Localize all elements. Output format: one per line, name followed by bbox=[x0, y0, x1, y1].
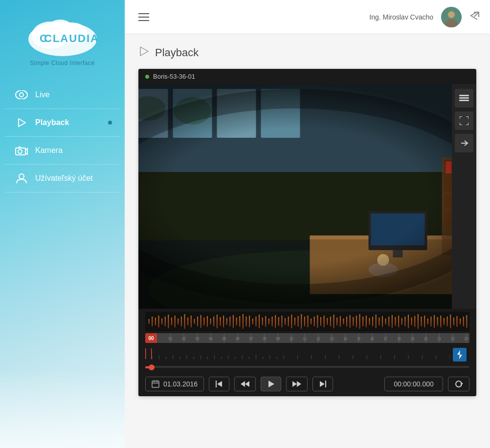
video-side-controls bbox=[452, 84, 476, 309]
svg-marker-248 bbox=[320, 381, 325, 387]
svg-text:10: 10 bbox=[290, 336, 293, 341]
logo-image: CLAUDIA C bbox=[21, 10, 104, 59]
svg-rect-76 bbox=[220, 317, 221, 326]
fine-ruler[interactable] bbox=[145, 348, 450, 361]
export-button[interactable] bbox=[455, 134, 473, 152]
video-scene bbox=[138, 84, 452, 309]
svg-rect-127 bbox=[385, 319, 386, 324]
svg-rect-116 bbox=[350, 315, 351, 328]
svg-rect-141 bbox=[430, 317, 431, 326]
svg-rect-110 bbox=[330, 317, 331, 326]
svg-rect-109 bbox=[327, 318, 328, 325]
svg-rect-129 bbox=[392, 315, 393, 328]
fast-forward-button[interactable] bbox=[286, 377, 308, 391]
svg-rect-56 bbox=[155, 318, 156, 325]
sidebar-cloud-decoration bbox=[0, 370, 125, 448]
svg-rect-102 bbox=[304, 317, 305, 326]
svg-rect-132 bbox=[401, 318, 402, 325]
list-view-button[interactable] bbox=[455, 89, 473, 107]
svg-text:02: 02 bbox=[182, 336, 185, 341]
svg-rect-104 bbox=[311, 319, 312, 324]
svg-rect-79 bbox=[229, 317, 230, 326]
svg-rect-64 bbox=[181, 317, 182, 326]
svg-rect-151 bbox=[463, 317, 464, 326]
sidebar-item-live-label: Live bbox=[35, 90, 49, 99]
svg-rect-100 bbox=[298, 316, 299, 327]
share-icon[interactable] bbox=[469, 10, 480, 23]
sidebar-item-account[interactable]: Užívateľský účet bbox=[5, 165, 120, 192]
svg-text:23: 23 bbox=[465, 336, 468, 341]
svg-rect-97 bbox=[288, 317, 289, 326]
svg-text:08: 08 bbox=[263, 336, 267, 341]
sidebar-item-kamera[interactable]: Kamera bbox=[5, 137, 120, 165]
svg-rect-150 bbox=[460, 319, 461, 324]
page-content: Playback Boris-53-36-01 bbox=[125, 34, 490, 448]
controls-bar: 01.03.2016 bbox=[138, 372, 476, 396]
svg-rect-107 bbox=[320, 317, 321, 326]
svg-rect-85 bbox=[249, 316, 250, 327]
play-button[interactable] bbox=[261, 377, 281, 391]
svg-text:C: C bbox=[40, 32, 47, 44]
svg-rect-65 bbox=[184, 314, 185, 329]
svg-rect-124 bbox=[376, 315, 377, 328]
svg-rect-50 bbox=[459, 97, 469, 99]
svg-rect-153 bbox=[157, 333, 469, 343]
video-area bbox=[138, 84, 476, 309]
svg-rect-9 bbox=[16, 148, 25, 155]
camera-icon bbox=[15, 144, 28, 157]
svg-rect-106 bbox=[317, 315, 318, 328]
svg-rect-49 bbox=[459, 95, 469, 96]
camera-label-bar: Boris-53-36-01 bbox=[138, 69, 476, 84]
svg-rect-130 bbox=[395, 317, 396, 326]
svg-point-12 bbox=[19, 174, 24, 179]
sidebar-item-playback[interactable]: Playback bbox=[5, 109, 120, 137]
svg-rect-88 bbox=[259, 315, 260, 328]
time-value: 00:00:00.000 bbox=[394, 380, 434, 388]
svg-rect-123 bbox=[372, 317, 373, 326]
player-card: Boris-53-36-01 bbox=[138, 69, 476, 396]
hour-track[interactable]: 01 02 03 04 05 06 07 bbox=[157, 333, 469, 343]
svg-rect-73 bbox=[210, 319, 211, 324]
svg-rect-117 bbox=[353, 317, 354, 326]
waveform-bar[interactable] bbox=[145, 312, 469, 331]
active-indicator bbox=[108, 121, 112, 125]
logo-tagline: Simple Cloud Interface bbox=[30, 60, 94, 66]
loop-button[interactable] bbox=[448, 377, 469, 391]
time-display[interactable]: 00:00:00.000 bbox=[384, 377, 443, 391]
date-picker-button[interactable]: 01.03.2016 bbox=[145, 377, 204, 391]
svg-rect-58 bbox=[161, 319, 162, 324]
svg-rect-81 bbox=[236, 318, 237, 325]
svg-rect-135 bbox=[411, 318, 412, 325]
svg-rect-121 bbox=[366, 316, 367, 327]
page-header: Playback bbox=[138, 46, 476, 59]
svg-rect-89 bbox=[262, 318, 263, 325]
progress-thumb[interactable] bbox=[149, 364, 155, 370]
fullscreen-button[interactable] bbox=[455, 111, 473, 130]
hour-ruler-container: 00 01 02 03 bbox=[138, 331, 476, 345]
topbar: Ing. Miroslav Cvacho bbox=[125, 0, 490, 34]
lightning-button[interactable] bbox=[453, 348, 467, 362]
svg-rect-54 bbox=[149, 319, 150, 324]
goto-start-button[interactable] bbox=[209, 377, 229, 391]
red-progress-track[interactable] bbox=[145, 366, 469, 369]
rewind-button[interactable] bbox=[234, 377, 256, 391]
hamburger-menu[interactable] bbox=[134, 9, 153, 25]
sidebar-item-live[interactable]: Live bbox=[5, 81, 120, 109]
user-name: Ing. Miroslav Cvacho bbox=[369, 13, 433, 21]
svg-rect-72 bbox=[207, 316, 208, 327]
main-content: Ing. Miroslav Cvacho bbox=[125, 0, 490, 448]
goto-end-button[interactable] bbox=[312, 377, 333, 391]
svg-rect-133 bbox=[404, 317, 405, 326]
svg-rect-125 bbox=[379, 318, 379, 325]
sidebar: CLAUDIA C Simple Cloud Interface Live bbox=[0, 0, 125, 448]
svg-text:14: 14 bbox=[343, 336, 347, 341]
svg-rect-90 bbox=[265, 316, 266, 327]
svg-rect-131 bbox=[398, 316, 399, 327]
svg-rect-61 bbox=[171, 318, 172, 325]
svg-point-10 bbox=[18, 149, 22, 153]
svg-marker-241 bbox=[217, 381, 222, 387]
svg-rect-119 bbox=[359, 314, 360, 329]
svg-marker-8 bbox=[19, 119, 25, 127]
svg-rect-111 bbox=[334, 315, 334, 328]
page-title-icon bbox=[138, 46, 149, 59]
